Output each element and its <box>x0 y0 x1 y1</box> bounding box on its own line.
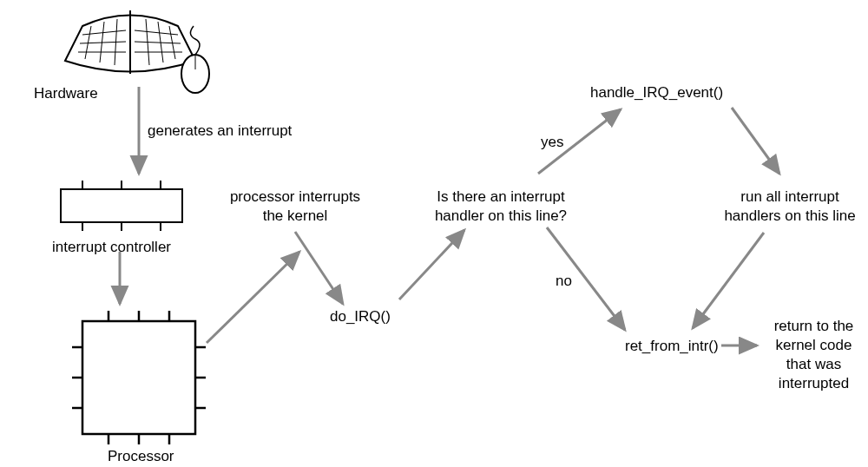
return-to-kernel-label: return to the kernel code that was inter… <box>764 317 864 393</box>
keyboard-icon <box>65 10 209 93</box>
no-label: no <box>556 272 572 291</box>
arrow-doirq-to-question <box>399 230 464 299</box>
arrow-kernel-to-doirq <box>295 232 343 304</box>
diagram-svg <box>0 0 868 467</box>
yes-label: yes <box>541 133 563 152</box>
svg-line-7 <box>115 19 117 65</box>
svg-line-6 <box>100 22 104 62</box>
svg-line-8 <box>135 30 178 35</box>
ret-from-intr-label: ret_from_intr() <box>625 337 719 356</box>
svg-point-14 <box>181 55 209 93</box>
svg-rect-16 <box>61 189 182 222</box>
svg-line-13 <box>169 26 175 59</box>
svg-line-5 <box>85 26 91 59</box>
processor-interrupts-kernel-label: processor interrupts the kernel <box>217 187 373 226</box>
arrow-handleirq-to-run <box>732 108 779 174</box>
svg-line-3 <box>80 42 126 43</box>
svg-line-9 <box>135 42 181 43</box>
generates-interrupt-label: generates an interrupt <box>148 122 292 141</box>
arrow-processor-to-kernel <box>207 252 299 343</box>
interrupt-controller-label: interrupt controller <box>52 238 171 257</box>
arrow-run-to-ret <box>693 233 764 328</box>
processor-icon <box>72 311 206 444</box>
processor-label: Processor <box>108 447 174 466</box>
do-irq-label: do_IRQ() <box>330 307 391 326</box>
svg-line-12 <box>158 22 163 62</box>
svg-line-2 <box>82 30 126 35</box>
interrupt-controller-icon <box>61 181 182 231</box>
hardware-label: Hardware <box>34 84 98 103</box>
handle-irq-event-label: handle_IRQ_event() <box>590 83 723 102</box>
svg-rect-23 <box>82 321 195 434</box>
question-label: Is there an interrupt handler on this li… <box>423 187 579 226</box>
svg-line-11 <box>146 19 149 65</box>
run-handlers-label: run all interrupt handlers on this line <box>720 187 859 226</box>
